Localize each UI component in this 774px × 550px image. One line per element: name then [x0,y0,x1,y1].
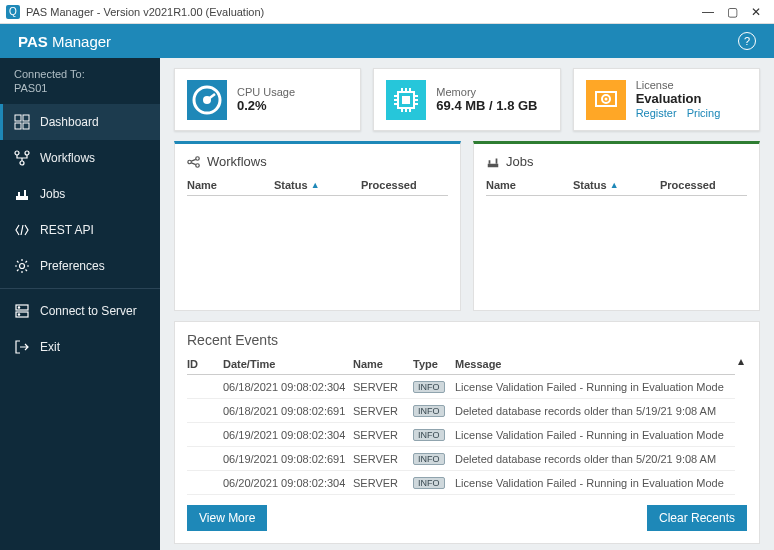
content: CPU Usage0.2% Memory69.4 MB / 1.8 GB Lic… [160,58,774,550]
gauge-icon [187,80,227,120]
event-row[interactable]: 06/19/2021 09:08:02:691SERVERINFODeleted… [187,447,735,471]
svg-point-6 [20,161,24,165]
view-more-button[interactable]: View More [187,505,267,531]
svg-point-39 [196,156,200,160]
event-type-badge: INFO [413,477,445,489]
event-type-badge: INFO [413,429,445,441]
sidebar-item-dashboard[interactable]: Dashboard [0,104,160,140]
event-type-badge: INFO [413,405,445,417]
exit-icon [14,339,30,355]
event-datetime: 06/20/2021 09:08:02:304 [223,477,353,489]
col-name[interactable]: Name [187,179,274,191]
clear-recents-button[interactable]: Clear Recents [647,505,747,531]
license-icon [586,80,626,120]
svg-rect-9 [24,190,26,196]
col-type[interactable]: Type [413,358,455,370]
col-processed[interactable]: Processed [361,179,448,191]
workflows-panel: Workflows Name Status▲ Processed [174,141,461,311]
svg-point-4 [15,151,19,155]
event-row[interactable]: 06/18/2021 09:08:02:691SERVERINFODeleted… [187,399,735,423]
lic-value: Evaluation [636,91,731,106]
svg-point-38 [188,160,192,164]
svg-point-14 [18,314,19,315]
workflow-icon [14,150,30,166]
event-datetime: 06/18/2021 09:08:02:691 [223,405,353,417]
sidebar-item-label: Preferences [40,259,105,273]
share-icon [187,155,201,169]
svg-rect-43 [496,158,498,163]
svg-rect-7 [16,196,28,200]
event-row[interactable]: 06/18/2021 09:08:02:304SERVERINFOLicense… [187,375,735,399]
brand: PAS Manager [18,33,111,50]
col-status[interactable]: Status▲ [274,179,361,191]
scroll-up-icon[interactable]: ▴ [735,354,747,495]
event-name: SERVER [353,429,413,441]
event-name: SERVER [353,405,413,417]
svg-rect-0 [15,115,21,121]
svg-point-10 [20,264,25,269]
svg-point-40 [196,163,200,167]
col-name[interactable]: Name [353,358,413,370]
factory-icon [486,155,500,169]
event-datetime: 06/18/2021 09:08:02:304 [223,381,353,393]
sidebar-item-restapi[interactable]: REST API [0,212,160,248]
col-message[interactable]: Message [455,358,735,370]
jobs-icon [14,186,30,202]
events-title: Recent Events [187,332,747,348]
svg-point-13 [18,307,19,308]
col-processed[interactable]: Processed [660,179,747,191]
col-name[interactable]: Name [486,179,573,191]
svg-rect-3 [23,123,29,129]
svg-rect-8 [18,192,20,196]
event-name: SERVER [353,477,413,489]
event-message: License Validation Failed - Running in E… [455,381,735,393]
gear-icon [14,258,30,274]
event-name: SERVER [353,453,413,465]
minimize-button[interactable]: — [696,5,720,19]
close-button[interactable]: ✕ [744,5,768,19]
event-row[interactable]: 06/20/2021 09:08:02:304SERVERINFOLicense… [187,471,735,495]
svg-rect-2 [15,123,21,129]
event-message: Deleted database records older than 5/20… [455,453,735,465]
jobs-panel: Jobs Name Status▲ Processed [473,141,760,311]
event-type-badge: INFO [413,453,445,465]
workflows-title: Workflows [207,154,267,169]
svg-point-37 [604,97,607,100]
sidebar-item-label: Exit [40,340,60,354]
events-table-header: ID Date/Time Name Type Message [187,354,735,375]
col-status[interactable]: Status▲ [573,179,660,191]
sidebar-item-label: Dashboard [40,115,99,129]
event-message: License Validation Failed - Running in E… [455,477,735,489]
sidebar-item-exit[interactable]: Exit [0,329,160,365]
cpu-value: 0.2% [237,98,295,113]
sidebar-item-preferences[interactable]: Preferences [0,248,160,284]
chip-icon [386,80,426,120]
register-link[interactable]: Register [636,107,677,119]
sort-asc-icon: ▲ [311,180,320,190]
svg-rect-21 [402,96,410,104]
col-datetime[interactable]: Date/Time [223,358,353,370]
help-icon[interactable]: ? [738,32,756,50]
api-icon [14,222,30,238]
sidebar-item-jobs[interactable]: Jobs [0,176,160,212]
server-icon [14,303,30,319]
mem-label: Memory [436,86,537,98]
sidebar-item-workflows[interactable]: Workflows [0,140,160,176]
col-id[interactable]: ID [187,358,223,370]
window-title: PAS Manager - Version v2021R1.00 (Evalua… [26,6,264,18]
svg-rect-1 [23,115,29,121]
memory-card: Memory69.4 MB / 1.8 GB [373,68,560,131]
pricing-link[interactable]: Pricing [687,107,721,119]
sidebar-item-label: Connect to Server [40,304,137,318]
lic-label: License [636,79,731,91]
maximize-button[interactable]: ▢ [720,5,744,19]
sidebar-item-label: Jobs [40,187,65,201]
connection-status: Connected To: PAS01 [0,58,160,104]
jobs-title: Jobs [506,154,533,169]
sidebar-item-connect[interactable]: Connect to Server [0,293,160,329]
event-type-badge: INFO [413,381,445,393]
recent-events-panel: Recent Events ID Date/Time Name Type Mes… [174,321,760,544]
sidebar: Connected To: PAS01 Dashboard Workflows … [0,58,160,550]
license-card: License Evaluation RegisterPricing [573,68,760,131]
event-row[interactable]: 06/19/2021 09:08:02:304SERVERINFOLicense… [187,423,735,447]
